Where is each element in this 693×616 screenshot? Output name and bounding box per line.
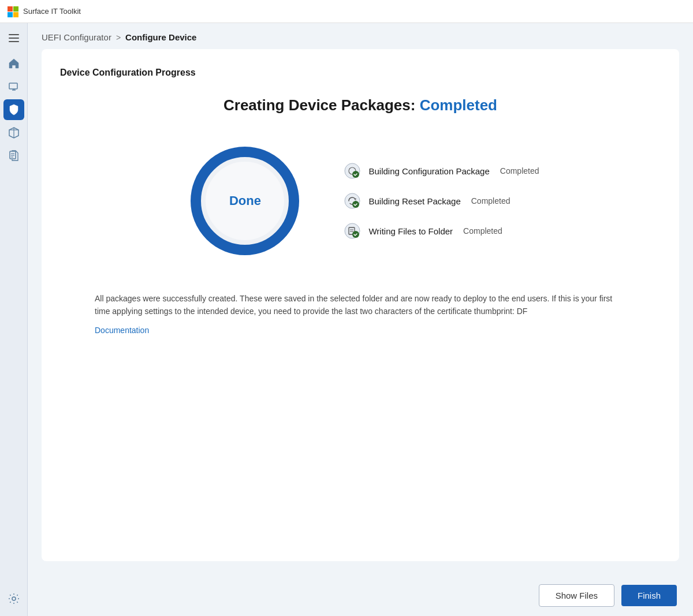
footer-bar: Show Files Finish xyxy=(28,575,693,616)
finish-button[interactable]: Finish xyxy=(621,585,677,606)
sidebar-item-devices[interactable] xyxy=(3,76,24,97)
headline-prefix: Creating Device Packages: xyxy=(223,96,420,114)
sidebar-nav xyxy=(0,53,27,588)
task-item-config: Building Configuration Package Completed xyxy=(343,162,539,180)
svg-point-13 xyxy=(12,597,16,600)
reset-icon xyxy=(343,192,362,210)
package-icon xyxy=(8,126,20,139)
write-icon xyxy=(343,222,362,240)
breadcrumb-parent[interactable]: UEFI Configurator xyxy=(42,32,111,42)
donut-chart: Done xyxy=(181,137,308,264)
svg-rect-1 xyxy=(13,6,18,12)
content-area: UEFI Configurator > Configure Device Dev… xyxy=(28,23,693,616)
task-item-reset: Building Reset Package Completed xyxy=(343,192,539,210)
sidebar-item-reports[interactable] xyxy=(3,145,24,166)
progress-row: Done Building Configuration xyxy=(181,137,539,264)
main-card: Device Configuration Progress Creating D… xyxy=(42,49,679,561)
shield-icon xyxy=(8,103,20,116)
hamburger-button[interactable] xyxy=(3,28,24,48)
headline-status: Completed xyxy=(420,96,497,114)
task-name-config: Building Configuration Package xyxy=(368,166,489,176)
breadcrumb-separator: > xyxy=(116,33,121,42)
svg-rect-4 xyxy=(9,83,17,89)
svg-rect-0 xyxy=(8,6,13,12)
description-text: All packages were successfully created. … xyxy=(95,292,626,318)
task-name-write: Writing Files to Folder xyxy=(368,226,453,236)
section-title: Device Configuration Progress xyxy=(60,68,661,78)
donut-label: Done xyxy=(229,193,261,208)
svg-rect-3 xyxy=(13,12,18,17)
config-icon xyxy=(343,162,362,180)
gear-icon xyxy=(8,592,20,605)
headline: Creating Device Packages: Completed xyxy=(223,96,497,114)
description-area: All packages were successfully created. … xyxy=(95,292,626,335)
sidebar-item-settings[interactable] xyxy=(3,588,24,609)
task-status-config: Completed xyxy=(500,166,539,176)
sidebar-item-packages[interactable] xyxy=(3,122,24,143)
app-title: Surface IT Toolkit xyxy=(23,7,81,16)
documentation-link[interactable]: Documentation xyxy=(95,326,149,335)
task-list: Building Configuration Package Completed xyxy=(343,162,539,240)
hamburger-line xyxy=(9,34,19,35)
titlebar: Surface IT Toolkit xyxy=(0,0,693,23)
hamburger-line xyxy=(9,38,19,39)
home-icon xyxy=(8,57,20,70)
report-icon xyxy=(8,150,20,162)
breadcrumb: UEFI Configurator > Configure Device xyxy=(28,23,693,49)
breadcrumb-current: Configure Device xyxy=(125,32,196,42)
task-item-write: Writing Files to Folder Completed xyxy=(343,222,539,240)
progress-area: Creating Device Packages: Completed xyxy=(60,96,661,335)
sidebar xyxy=(0,23,28,616)
task-name-reset: Building Reset Package xyxy=(368,196,460,206)
svg-rect-2 xyxy=(8,12,13,17)
app-logo-icon xyxy=(7,6,18,17)
show-files-button[interactable]: Show Files xyxy=(539,584,614,607)
sidebar-item-security[interactable] xyxy=(3,99,24,120)
task-status-write: Completed xyxy=(463,226,502,236)
hamburger-line xyxy=(9,41,19,42)
sidebar-item-home[interactable] xyxy=(3,53,24,74)
task-status-reset: Completed xyxy=(471,196,511,206)
devices-icon xyxy=(8,80,20,93)
